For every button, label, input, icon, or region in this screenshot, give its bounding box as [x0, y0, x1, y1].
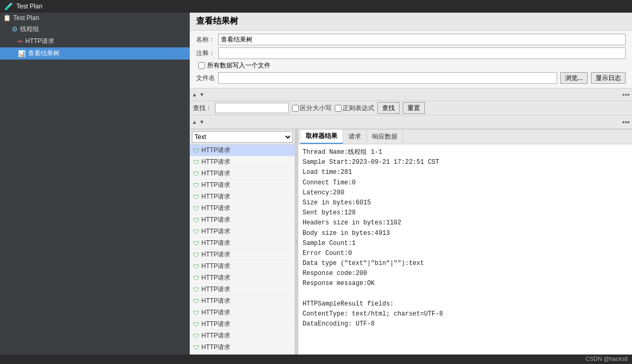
file-row: 文件名 浏览... 显示日志: [196, 72, 626, 84]
up-arrow-2[interactable]: ▲: [192, 119, 197, 125]
http-list-item-16[interactable]: 🛡 HTTP请求: [190, 330, 295, 342]
plan-icon: 📋: [3, 14, 11, 22]
toolbar-dots-1[interactable]: •••: [622, 91, 630, 99]
sidebar-item-http-request[interactable]: ✏ HTTP请求: [0, 35, 190, 47]
http-list-item-9[interactable]: 🛡 HTTP请求: [190, 249, 295, 261]
search-button[interactable]: 查找: [377, 102, 400, 114]
http-list-item-14[interactable]: 🛡 HTTP请求: [190, 307, 295, 319]
down-arrow-2[interactable]: ▼: [199, 119, 205, 125]
shield-icon-12: 🛡: [193, 286, 199, 293]
shield-icon-0: 🛡: [193, 147, 199, 154]
http-list-item-1[interactable]: 🛡 HTTP请求: [190, 156, 295, 168]
http-item-label-3: HTTP请求: [201, 181, 230, 190]
http-icon: ✏: [18, 38, 23, 45]
http-list: 🛡 HTTP请求 🛡 HTTP请求 🛡 HTTP请求 🛡 HTTP请求: [190, 145, 295, 355]
file-input[interactable]: [218, 72, 557, 84]
title-icon: 🧪: [4, 2, 13, 11]
gear-icon: ⚙: [12, 25, 18, 33]
http-list-item-12[interactable]: 🛡 HTTP请求: [190, 284, 295, 296]
http-list-item-6[interactable]: 🛡 HTTP请求: [190, 214, 295, 226]
format-select[interactable]: Text HTML JSON XML RegExp: [192, 131, 293, 143]
sidebar: 📋 Test Plan ⚙ 线程组 ✏ HTTP请求 📊 查看结果树: [0, 13, 190, 355]
shield-icon-9: 🛡: [193, 251, 199, 259]
http-item-label-13: HTTP请求: [201, 297, 230, 306]
http-item-label-7: HTTP请求: [201, 227, 230, 236]
file-label: 文件名: [196, 74, 215, 83]
upper-toolbar: ▲ ▼ •••: [190, 88, 632, 101]
tab-response-data[interactable]: 响应数据: [367, 130, 403, 143]
tree-icon: 📊: [18, 50, 26, 57]
http-list-item-0[interactable]: 🛡 HTTP请求: [190, 145, 295, 156]
shield-icon-7: 🛡: [193, 228, 199, 235]
sidebar-item-view-result-tree[interactable]: 📊 查看结果树: [0, 47, 190, 60]
http-list-item-15[interactable]: 🛡 HTTP请求: [190, 319, 295, 330]
dropdown-row: Text HTML JSON XML RegExp: [190, 130, 295, 145]
all-data-row: 所有数据写入一个文件: [196, 61, 626, 70]
http-item-label-5: HTTP请求: [201, 204, 230, 213]
case-sensitive-checkbox[interactable]: [292, 105, 299, 112]
reset-button[interactable]: 重置: [403, 102, 425, 114]
http-item-label-0: HTTP请求: [201, 146, 230, 155]
http-list-item-5[interactable]: 🛡 HTTP请求: [190, 203, 295, 214]
comment-row: 注释：: [196, 47, 626, 59]
regex-text: 正则表达式: [343, 104, 374, 113]
shield-icon-13: 🛡: [193, 298, 199, 305]
shield-icon-8: 🛡: [193, 240, 199, 247]
http-list-item-8[interactable]: 🛡 HTTP请求: [190, 238, 295, 249]
http-item-label-14: HTTP请求: [201, 308, 230, 317]
lower-area: Text HTML JSON XML RegExp 🛡 HTTP请求 🛡: [190, 129, 632, 355]
main-layout: 📋 Test Plan ⚙ 线程组 ✏ HTTP请求 📊 查看结果树 查看结果树: [0, 13, 632, 355]
sidebar-item-test-plan[interactable]: 📋 Test Plan: [0, 13, 190, 23]
search-input[interactable]: [215, 103, 289, 113]
shield-icon-16: 🛡: [193, 332, 199, 340]
all-data-label: 所有数据写入一个文件: [207, 61, 270, 70]
http-item-label-9: HTTP请求: [201, 250, 230, 259]
regex-label[interactable]: 正则表达式: [335, 104, 374, 113]
browse-button[interactable]: 浏览...: [560, 72, 588, 84]
case-sensitive-label[interactable]: 区分大小写: [292, 104, 332, 113]
http-item-label-2: HTTP请求: [201, 169, 230, 178]
case-sensitive-text: 区分大小写: [300, 104, 332, 113]
up-arrow-1[interactable]: ▲: [192, 92, 197, 97]
http-list-item-4[interactable]: 🛡 HTTP请求: [190, 191, 295, 203]
http-item-label-4: HTTP请求: [201, 192, 230, 201]
log-button[interactable]: 显示日志: [591, 72, 626, 84]
tab-sampler-result[interactable]: 取样器结果: [300, 130, 343, 144]
sidebar-item-label-http: HTTP请求: [25, 37, 54, 46]
shield-icon-11: 🛡: [193, 274, 199, 282]
name-label: 名称：: [196, 35, 215, 44]
http-list-item-2[interactable]: 🛡 HTTP请求: [190, 168, 295, 180]
http-item-label-16: HTTP请求: [201, 331, 230, 340]
shield-icon-15: 🛡: [193, 321, 199, 328]
http-list-item-10[interactable]: 🛡 HTTP请求: [190, 261, 295, 272]
tab-request[interactable]: 请求: [343, 130, 367, 143]
http-item-label-12: HTTP请求: [201, 285, 230, 294]
name-input[interactable]: [218, 34, 626, 45]
shield-icon-6: 🛡: [193, 217, 199, 224]
regex-checkbox[interactable]: [335, 105, 342, 112]
shield-icon-5: 🛡: [193, 205, 199, 212]
name-row: 名称：: [196, 34, 626, 45]
down-arrow-1[interactable]: ▼: [199, 92, 205, 97]
shield-icon-17: 🛡: [193, 344, 199, 351]
http-item-label-15: HTTP请求: [201, 320, 230, 329]
all-data-checkbox[interactable]: [198, 62, 205, 69]
sidebar-item-label-thread-group: 线程组: [20, 25, 39, 34]
toolbar-dots-2[interactable]: •••: [622, 118, 630, 126]
http-item-label-1: HTTP请求: [201, 158, 230, 166]
toolbar-row-2: ▲ ▼ •••: [190, 115, 632, 129]
bottom-bar: CSDN @hacks8: [0, 355, 632, 364]
comment-label: 注释：: [196, 49, 215, 58]
sidebar-item-thread-group[interactable]: ⚙ 线程组: [0, 23, 190, 35]
content-area: 查看结果树 名称： 注释： 所有数据写入一个文件 文件名 浏览... 显示日志: [190, 13, 632, 355]
http-list-item-7[interactable]: 🛡 HTTP请求: [190, 226, 295, 238]
http-list-item-17[interactable]: 🛡 HTTP请求: [190, 342, 295, 353]
http-list-item-3[interactable]: 🛡 HTTP请求: [190, 180, 295, 191]
http-list-item-13[interactable]: 🛡 HTTP请求: [190, 296, 295, 307]
http-item-label-11: HTTP请求: [201, 273, 230, 282]
comment-input[interactable]: [218, 47, 626, 59]
http-list-item-11[interactable]: 🛡 HTTP请求: [190, 272, 295, 284]
http-item-label-8: HTTP请求: [201, 239, 230, 248]
search-label: 查找：: [193, 104, 212, 113]
sidebar-item-label-tree: 查看结果树: [28, 49, 60, 58]
